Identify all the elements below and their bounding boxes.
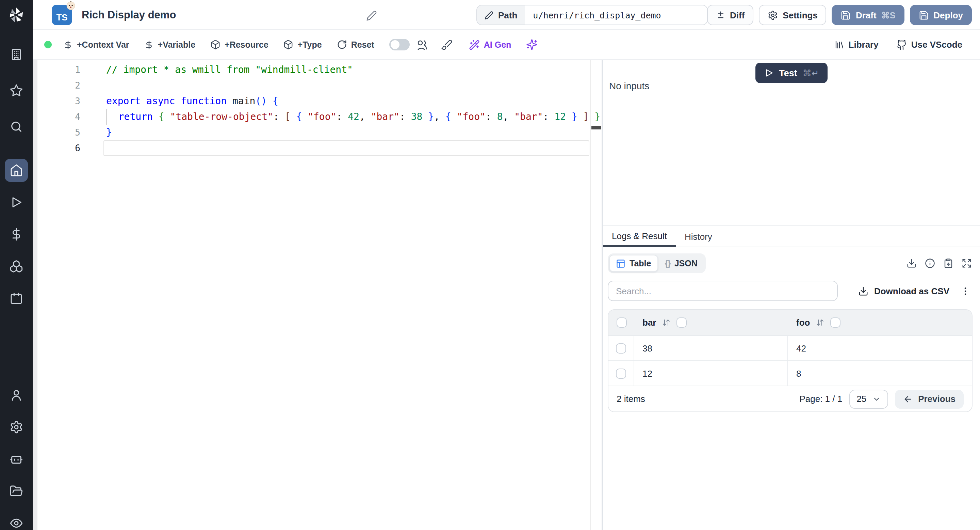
add-resource-button[interactable]: +Resource bbox=[210, 40, 269, 50]
format-brush-icon[interactable] bbox=[441, 39, 453, 50]
table-search-input[interactable] bbox=[608, 281, 838, 301]
sidebar-item-variables[interactable] bbox=[5, 223, 28, 246]
editor-toolbar: +Context Var +Variable +Resource +Type bbox=[33, 30, 980, 60]
cell-bar: 38 bbox=[643, 343, 652, 353]
sidebar-item-folders[interactable] bbox=[5, 480, 28, 503]
user-icon bbox=[10, 388, 23, 402]
add-type-button[interactable]: +Type bbox=[283, 40, 322, 50]
library-icon bbox=[834, 40, 845, 50]
table-row[interactable]: 3842 bbox=[608, 335, 972, 360]
code-line[interactable]: 4 return { "table-row-object": [ { "foo"… bbox=[33, 109, 601, 125]
download-csv-button[interactable]: Download as CSV bbox=[859, 286, 950, 296]
diff-mode-toggle[interactable] bbox=[389, 39, 410, 50]
sidebar bbox=[0, 0, 33, 530]
path-label-segment[interactable]: Path bbox=[477, 5, 525, 24]
download-icon bbox=[859, 286, 869, 296]
use-vscode-button[interactable]: Use VScode bbox=[896, 39, 962, 50]
sidebar-item-audit-logs[interactable] bbox=[5, 512, 28, 530]
page-indicator: Page: 1 / 1 bbox=[799, 394, 842, 404]
home-icon bbox=[10, 163, 23, 177]
multiplayer-users-icon[interactable] bbox=[415, 38, 427, 51]
path-value[interactable]: u/henri/rich_display_demo bbox=[525, 5, 707, 24]
diff-icon bbox=[716, 10, 725, 20]
sidebar-item-users[interactable] bbox=[5, 383, 28, 407]
ai-gen-button[interactable]: AI Gen bbox=[469, 39, 511, 50]
folder-open-icon bbox=[10, 484, 23, 498]
dollar-icon bbox=[63, 40, 73, 49]
path-editor[interactable]: Path u/henri/rich_display_demo bbox=[476, 5, 708, 25]
info-icon[interactable] bbox=[925, 258, 935, 268]
sidebar-item-home[interactable] bbox=[5, 159, 28, 182]
previous-page-button[interactable]: Previous bbox=[895, 390, 964, 409]
sidebar-item-workspace[interactable] bbox=[5, 43, 28, 66]
table-row[interactable]: 128 bbox=[608, 360, 972, 386]
deploy-button[interactable]: Deploy bbox=[910, 5, 972, 25]
add-variable-button[interactable]: +Variable bbox=[144, 40, 196, 49]
test-shortcut: ⌘↵ bbox=[803, 68, 819, 78]
view-mode-table[interactable]: Table bbox=[609, 255, 658, 272]
gear-icon bbox=[10, 420, 23, 434]
diff-button[interactable]: Diff bbox=[707, 5, 753, 25]
tab-logs-result[interactable]: Logs & Result bbox=[603, 226, 676, 247]
code-line[interactable]: 6 bbox=[33, 140, 601, 156]
row-checkbox[interactable] bbox=[616, 368, 626, 378]
code-line[interactable]: 2 bbox=[33, 78, 601, 93]
column-foo-checkbox[interactable] bbox=[830, 318, 840, 328]
download-result-icon[interactable] bbox=[907, 258, 917, 268]
table-icon bbox=[616, 259, 625, 268]
draft-button[interactable]: Draft ⌘S bbox=[832, 5, 904, 25]
editor-scrollbar[interactable] bbox=[590, 60, 591, 530]
column-bar-checkbox[interactable] bbox=[676, 318, 687, 328]
cell-bar: 12 bbox=[643, 368, 652, 378]
sort-foo-icon[interactable] bbox=[816, 318, 824, 327]
reset-button[interactable]: Reset bbox=[337, 40, 374, 50]
line-number: 2 bbox=[33, 78, 80, 93]
copy-to-clipboard-icon[interactable] bbox=[943, 258, 953, 268]
sidebar-item-favorites[interactable] bbox=[5, 79, 28, 102]
sidebar-item-workers[interactable] bbox=[5, 448, 28, 471]
sparkles-icon[interactable] bbox=[526, 39, 538, 50]
library-button[interactable]: Library bbox=[834, 40, 878, 50]
sort-bar-icon[interactable] bbox=[662, 318, 670, 327]
sidebar-item-schedules[interactable] bbox=[5, 287, 28, 310]
code-editor[interactable]: 1// import * as wmill from "windmill-cli… bbox=[33, 60, 601, 530]
expand-icon[interactable] bbox=[962, 258, 972, 268]
chevron-down-icon bbox=[872, 395, 881, 403]
code-line[interactable]: 3export async function main() { bbox=[33, 93, 601, 109]
sidebar-item-search[interactable] bbox=[5, 115, 28, 138]
scrollbar-cursor-mark bbox=[592, 126, 601, 129]
test-button[interactable]: Test ⌘↵ bbox=[756, 63, 827, 83]
code-line[interactable]: 5} bbox=[33, 125, 601, 140]
boxes-icon bbox=[10, 260, 23, 273]
workspace-emoji-badge bbox=[66, 0, 76, 13]
sidebar-item-settings[interactable] bbox=[5, 415, 28, 439]
items-count: 2 items bbox=[617, 394, 645, 404]
table-options-kebab-icon[interactable] bbox=[960, 286, 970, 296]
result-table: bar foo bbox=[608, 309, 972, 412]
typescript-badge-label: TS bbox=[56, 13, 67, 21]
line-number: 6 bbox=[33, 140, 80, 156]
sidebar-item-resources[interactable] bbox=[5, 255, 28, 278]
page-size-select[interactable]: 25 bbox=[849, 390, 888, 409]
code-line[interactable]: 1// import * as wmill from "windmill-cli… bbox=[33, 62, 601, 78]
windmill-logo-icon[interactable] bbox=[8, 6, 25, 27]
table-footer: 2 items Page: 1 / 1 25 bbox=[608, 386, 972, 412]
table-header-row: bar foo bbox=[608, 310, 972, 335]
add-context-var-button[interactable]: +Context Var bbox=[63, 40, 129, 49]
calendar-icon bbox=[10, 292, 23, 305]
page-title: Rich Display demo bbox=[82, 8, 176, 21]
select-all-checkbox[interactable] bbox=[616, 318, 627, 328]
sidebar-item-runs[interactable] bbox=[5, 191, 28, 214]
column-header-foo[interactable]: foo bbox=[796, 318, 810, 328]
gear-icon bbox=[768, 10, 778, 20]
play-icon bbox=[764, 68, 773, 78]
package-icon bbox=[210, 40, 221, 50]
view-mode-json[interactable]: {} JSON bbox=[658, 255, 704, 272]
tab-history[interactable]: History bbox=[676, 226, 721, 247]
settings-button[interactable]: Settings bbox=[759, 5, 827, 25]
row-checkbox[interactable] bbox=[616, 343, 626, 353]
result-tabs: Logs & Result History bbox=[603, 226, 980, 247]
edit-summary-pencil-icon[interactable] bbox=[366, 10, 377, 24]
code-lines[interactable]: 1// import * as wmill from "windmill-cli… bbox=[33, 60, 601, 156]
column-header-bar[interactable]: bar bbox=[643, 318, 656, 328]
